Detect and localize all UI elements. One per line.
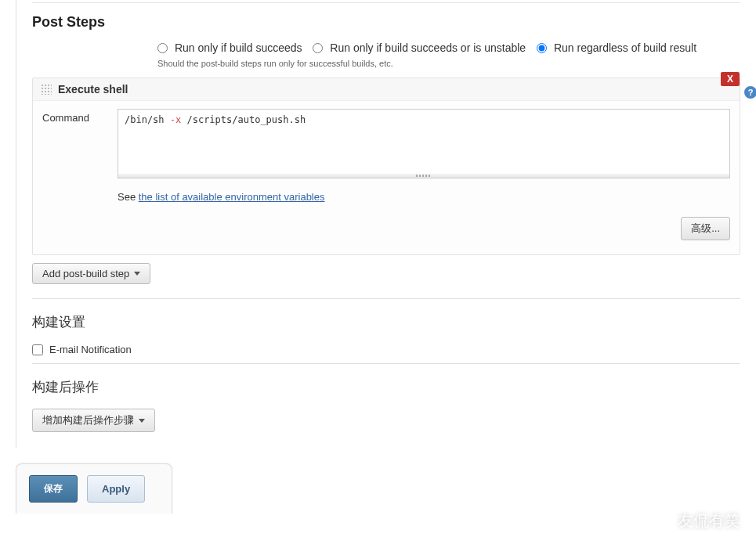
radio-unstable[interactable] [313, 43, 323, 53]
radio-unstable-label[interactable]: Run only if build succeeds or is unstabl… [313, 41, 529, 54]
divider [32, 298, 740, 299]
resize-handle[interactable] [118, 174, 730, 178]
advanced-button[interactable]: 高级... [681, 217, 730, 240]
wechat-icon [649, 513, 671, 514]
footer-bar: 保存 Apply [16, 463, 172, 514]
execute-shell-block: X ? Execute shell Command /bin/sh -x /sc… [32, 77, 740, 255]
section-post-build-actions: 构建后操作 增加构建后操作步骤 [32, 378, 740, 432]
post-steps-radios: Run only if build succeeds Run only if b… [157, 41, 740, 54]
radio-regardless-label[interactable]: Run regardless of build result [537, 41, 696, 54]
post-build-actions-title: 构建后操作 [32, 378, 740, 396]
help-icon[interactable]: ? [744, 86, 756, 99]
divider [32, 363, 740, 364]
email-notification-label: E-mail Notification [49, 344, 132, 355]
section-build-settings: 构建设置 E-mail Notification [32, 313, 740, 355]
save-button[interactable]: 保存 [29, 475, 78, 503]
post-steps-hint: Should the post-build steps run only for… [157, 59, 740, 68]
execute-shell-title: Execute shell [58, 83, 128, 96]
apply-button[interactable]: Apply [87, 475, 145, 503]
section-post-steps: Post Steps Run only if build succeeds Ru… [32, 14, 740, 284]
chevron-down-icon [134, 272, 140, 276]
radio-succeeds-label[interactable]: Run only if build succeeds [157, 41, 305, 54]
watermark: 友侃有笑 [649, 510, 740, 514]
build-settings-title: 构建设置 [32, 313, 740, 331]
radio-regardless[interactable] [537, 43, 547, 53]
drag-handle-icon[interactable] [41, 84, 52, 95]
delete-step-button[interactable]: X [721, 72, 740, 86]
env-vars-link[interactable]: the list of available environment variab… [139, 191, 325, 203]
add-post-build-step-button[interactable]: Add post-build step [32, 263, 150, 284]
email-notification-checkbox[interactable] [32, 344, 43, 355]
command-label: Command [42, 109, 110, 124]
command-textarea[interactable]: /bin/sh -x /scripts/auto_push.sh [118, 109, 730, 175]
env-vars-text: See the list of available environment va… [118, 191, 730, 203]
post-steps-title: Post Steps [32, 14, 740, 31]
chevron-down-icon [139, 419, 145, 423]
radio-succeeds[interactable] [157, 43, 168, 53]
add-post-build-action-button[interactable]: 增加构建后操作步骤 [32, 409, 155, 432]
